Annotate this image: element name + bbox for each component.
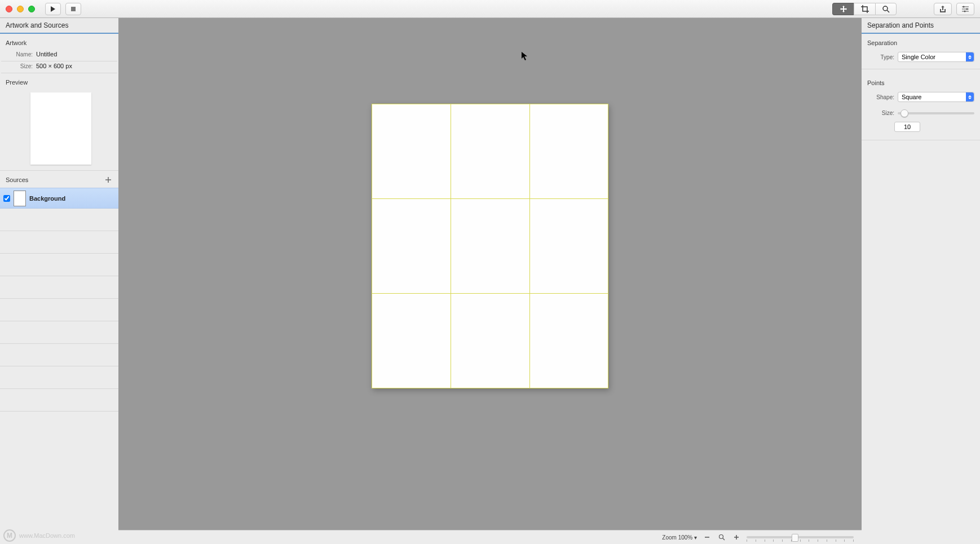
source-empty-row: [0, 276, 118, 299]
artwork-heading: Artwork: [0, 34, 118, 50]
svg-point-2: [883, 6, 888, 11]
crop-tool-button[interactable]: [854, 3, 875, 15]
watermark-badge-icon: M: [3, 529, 16, 542]
svg-point-8: [966, 8, 968, 10]
source-visibility-checkbox[interactable]: [3, 195, 10, 202]
share-icon: [939, 5, 947, 13]
source-empty-row: [0, 366, 118, 389]
slider-thumb[interactable]: [900, 109, 908, 117]
crop-icon: [861, 5, 869, 13]
type-label: Type:: [867, 54, 894, 60]
separation-heading: Separation: [862, 34, 980, 50]
svg-rect-1: [71, 7, 76, 11]
source-empty-row: [0, 344, 118, 366]
left-panel: Artwork and Sources Artwork Name: Untitl…: [0, 18, 118, 544]
source-empty-row: [0, 389, 118, 412]
magnifier-icon: [718, 534, 725, 541]
svg-point-9: [964, 10, 966, 12]
preview-heading: Preview: [0, 73, 118, 89]
play-icon: [50, 6, 56, 12]
plus-icon: [105, 177, 111, 183]
right-panel: Separation and Points Separation Type: S…: [862, 18, 980, 544]
svg-point-7: [963, 6, 965, 7]
minus-icon: [704, 534, 710, 540]
fullscreen-window-button[interactable]: [28, 6, 35, 12]
right-panel-title: Separation and Points: [862, 18, 980, 34]
zoom-slider[interactable]: [747, 536, 854, 538]
source-empty-row: [0, 321, 118, 344]
svg-line-13: [723, 538, 725, 540]
source-empty-row: [0, 299, 118, 321]
watermark-text: www.MacDown.com: [19, 532, 75, 539]
stepper-icon: [966, 52, 974, 61]
play-button[interactable]: [45, 3, 61, 15]
source-thumbnail: [14, 191, 26, 206]
status-bar: Zoom 100% ▾: [118, 530, 862, 544]
sliders-icon: [961, 5, 969, 13]
svg-point-12: [719, 535, 723, 539]
share-button[interactable]: [934, 3, 952, 15]
cursor-icon: [522, 52, 528, 61]
source-row[interactable]: Background: [0, 188, 118, 209]
shape-select-value: Square: [902, 94, 921, 100]
window-controls: [6, 6, 35, 12]
points-heading: Points: [862, 74, 980, 90]
zoom-in-button[interactable]: [732, 533, 741, 542]
shape-select[interactable]: Square: [898, 92, 974, 102]
close-window-button[interactable]: [6, 6, 12, 12]
source-empty-row: [0, 231, 118, 254]
settings-button[interactable]: [956, 3, 974, 15]
svg-marker-10: [522, 52, 527, 60]
size-label: Size:: [6, 63, 36, 69]
add-source-button[interactable]: [104, 175, 113, 184]
artwork-name-value: Untitled: [36, 51, 57, 58]
source-empty-row: [0, 254, 118, 276]
zoom-out-button[interactable]: [703, 533, 712, 542]
minimize-window-button[interactable]: [17, 6, 24, 12]
shape-label: Shape:: [867, 94, 894, 100]
source-empty-row: [0, 209, 118, 231]
artboard[interactable]: [372, 104, 608, 388]
toolbar: [0, 0, 980, 18]
search-icon: [882, 5, 890, 13]
canvas-area[interactable]: [118, 18, 862, 530]
type-select[interactable]: Single Color: [898, 52, 974, 62]
zoom-tool-button[interactable]: [875, 3, 897, 15]
name-label: Name:: [6, 51, 36, 58]
size-input[interactable]: [894, 122, 920, 132]
source-name: Background: [29, 195, 65, 202]
svg-marker-0: [51, 6, 55, 12]
left-panel-title: Artwork and Sources: [0, 18, 118, 34]
preview-thumbnail: [30, 92, 91, 165]
view-mode-group: [832, 3, 897, 15]
size-slider-label: Size:: [867, 110, 894, 116]
move-icon: [840, 5, 847, 13]
move-tool-button[interactable]: [832, 3, 854, 15]
artwork-size-value: 500 × 600 px: [36, 63, 72, 69]
zoom-label[interactable]: Zoom 100% ▾: [662, 534, 697, 541]
sources-heading: Sources: [6, 176, 28, 183]
zoom-reset-button[interactable]: [717, 533, 726, 542]
size-slider[interactable]: [898, 112, 974, 114]
svg-line-3: [887, 10, 889, 12]
type-select-value: Single Color: [902, 54, 935, 60]
stepper-icon: [966, 92, 974, 101]
watermark: M www.MacDown.com: [3, 529, 75, 542]
stop-button[interactable]: [65, 3, 81, 15]
stop-icon: [70, 6, 76, 12]
plus-icon: [734, 534, 739, 540]
